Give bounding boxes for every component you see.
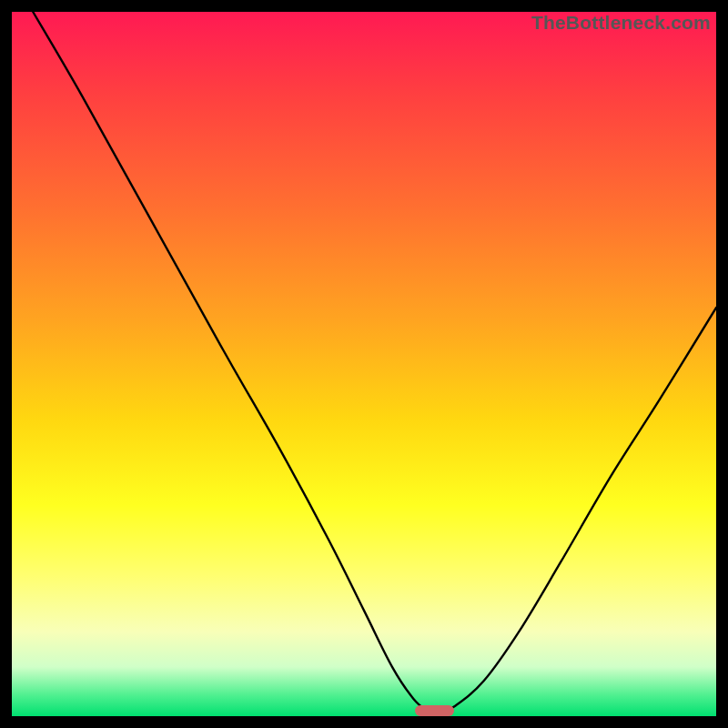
optimal-marker <box>415 705 454 716</box>
bottleneck-curve <box>12 12 716 716</box>
chart-frame: TheBottleneck.com <box>0 0 728 728</box>
plot-area: TheBottleneck.com <box>12 12 716 716</box>
